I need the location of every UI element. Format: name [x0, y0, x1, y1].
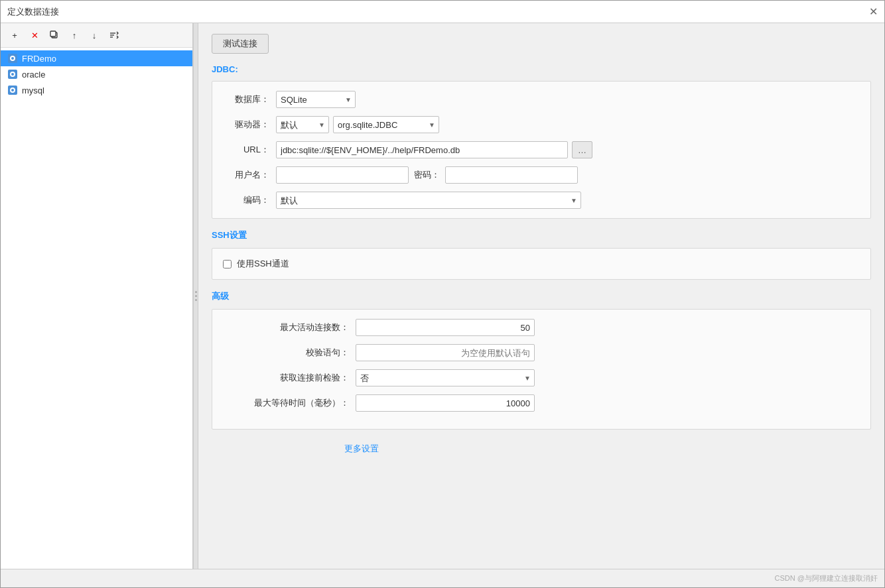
ssh-checkbox[interactable] [223, 260, 232, 268]
svg-rect-1 [50, 31, 56, 36]
jdbc-section-box: 数据库： SQLite MySQL Oracle ▼ 驱动器： [212, 81, 871, 219]
close-icon[interactable]: ✕ [869, 5, 878, 18]
db-row: 数据库： SQLite MySQL Oracle ▼ [223, 91, 860, 108]
delete-button[interactable]: ✕ [26, 27, 43, 43]
validate-sql-input[interactable] [356, 344, 535, 361]
tree-area: FRDemo oracle mysql [1, 48, 192, 569]
driver-row: 驱动器： 默认 ▼ org.sqlite.JDBC ▼ [223, 116, 860, 133]
encoding-select[interactable]: 默认 UTF-8 GBK [276, 192, 581, 209]
encoding-label: 编码： [223, 194, 269, 206]
tree-item-mysql[interactable]: mysql [1, 82, 192, 98]
username-input[interactable] [276, 166, 409, 184]
encoding-select-wrapper: 默认 UTF-8 GBK ▼ [276, 192, 581, 209]
left-panel: + ✕ ↑ ↓ [1, 23, 193, 569]
resize-handle[interactable] [193, 23, 198, 569]
username-label: 用户名： [223, 169, 269, 181]
validate-before-select[interactable]: 否 是 [356, 369, 535, 386]
ssh-section-title: SSH设置 [212, 229, 871, 241]
max-wait-row: 最大等待时间（毫秒）： [223, 394, 860, 412]
max-conn-input[interactable] [356, 319, 535, 336]
user-pass-row: 用户名： 密码： [223, 166, 860, 184]
add-button[interactable]: + [6, 27, 23, 43]
tree-item-oracle[interactable]: oracle [1, 66, 192, 82]
url-row-inner: … [276, 141, 592, 158]
url-label: URL： [223, 144, 269, 156]
dialog-body: + ✕ ↑ ↓ [1, 23, 884, 569]
watermark: CSDN @与阿狸建立连接取消奸 [775, 573, 878, 583]
sort-button[interactable] [105, 27, 123, 43]
validate-before-label: 获取连接前检验： [223, 372, 349, 384]
validate-before-wrapper: 否 是 ▼ [356, 369, 535, 386]
resize-dot-3 [195, 299, 197, 301]
resize-dot-1 [195, 291, 197, 293]
ssh-section-box: 使用SSH通道 [212, 248, 871, 280]
title-bar: 定义数据连接 ✕ [1, 1, 884, 23]
driver-class-select[interactable]: org.sqlite.JDBC [333, 116, 439, 133]
password-label: 密码： [414, 169, 440, 181]
password-input[interactable] [445, 166, 578, 184]
db-select[interactable]: SQLite MySQL Oracle [276, 91, 356, 108]
move-down-button[interactable]: ↓ [86, 27, 103, 43]
db-icon-frdemo [7, 53, 18, 64]
toolbar: + ✕ ↑ ↓ [1, 23, 192, 48]
resize-dots [195, 291, 197, 301]
db-select-wrapper: SQLite MySQL Oracle ▼ [276, 91, 356, 108]
url-row: URL： … [223, 141, 860, 158]
dialog: 定义数据连接 ✕ + ✕ ↑ ↓ [0, 0, 885, 588]
max-wait-label: 最大等待时间（毫秒）： [223, 397, 349, 409]
validate-sql-row: 校验语句： [223, 344, 860, 361]
db-icon-mysql [7, 85, 18, 95]
validate-sql-label: 校验语句： [223, 347, 349, 359]
move-up-button[interactable]: ↑ [66, 27, 83, 43]
driver-row-inner: 默认 ▼ org.sqlite.JDBC ▼ [276, 116, 439, 133]
driver-class-wrapper: org.sqlite.JDBC ▼ [333, 116, 439, 133]
tree-item-frdemo[interactable]: FRDemo [1, 50, 192, 66]
max-wait-input[interactable] [356, 394, 535, 412]
test-connection-button[interactable]: 测试连接 [212, 34, 269, 54]
ssh-checkbox-label[interactable]: 使用SSH通道 [223, 258, 860, 270]
advanced-section-box: 最大活动连接数： 校验语句： 获取连接前检验： 否 [212, 309, 871, 430]
db-icon-oracle [7, 69, 18, 80]
encoding-row: 编码： 默认 UTF-8 GBK ▼ [223, 192, 860, 209]
driver-label: 驱动器： [223, 119, 269, 131]
bottom-bar: CSDN @与阿狸建立连接取消奸 [1, 569, 884, 587]
validate-before-row: 获取连接前检验： 否 是 ▼ [223, 369, 860, 386]
right-panel: 测试连接 JDBC: 数据库： SQLite MySQL Oracle ▼ [198, 23, 884, 569]
max-conn-row: 最大活动连接数： [223, 319, 860, 336]
resize-dot-2 [195, 295, 197, 297]
driver-default-select[interactable]: 默认 [276, 116, 329, 133]
max-conn-label: 最大活动连接数： [223, 322, 349, 333]
ssh-section: SSH设置 使用SSH通道 [212, 229, 871, 280]
browse-button[interactable]: … [572, 141, 592, 158]
copy-button[interactable] [46, 27, 63, 43]
dialog-title: 定义数据连接 [7, 6, 59, 18]
driver-default-wrapper: 默认 ▼ [276, 116, 329, 133]
url-input[interactable] [276, 141, 568, 158]
db-label: 数据库： [223, 93, 269, 105]
ssh-checkbox-text: 使用SSH通道 [237, 258, 289, 270]
advanced-section: 高级 最大活动连接数： 校验语句： 获取连接前检验： [212, 290, 871, 455]
jdbc-section-title: JDBC: [212, 64, 871, 74]
advanced-section-title: 高级 [212, 290, 871, 302]
more-settings-link[interactable]: 更多设置 [344, 443, 379, 455]
